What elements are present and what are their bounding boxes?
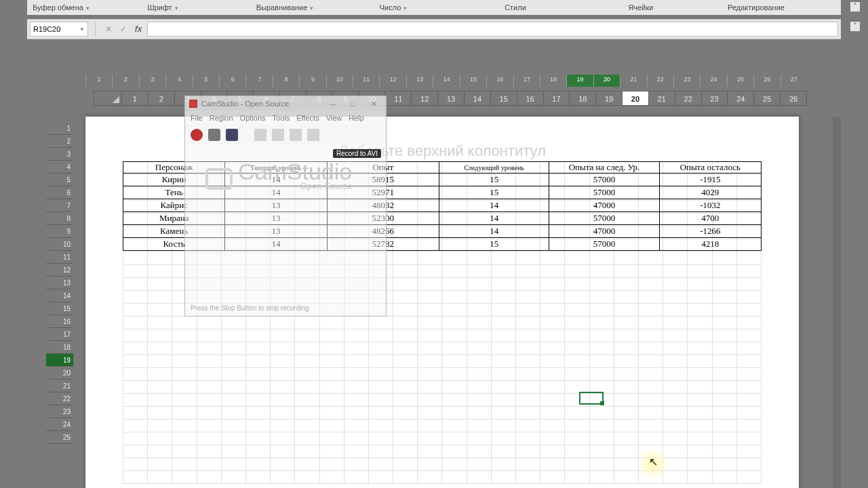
row-header[interactable]: 20: [46, 367, 73, 380]
cell[interactable]: [344, 458, 368, 471]
formula-input[interactable]: [147, 22, 838, 37]
cell[interactable]: [491, 394, 515, 407]
cell[interactable]: [736, 291, 761, 304]
cell[interactable]: [123, 291, 148, 304]
cell[interactable]: [516, 329, 540, 342]
cell[interactable]: [712, 252, 736, 265]
cell[interactable]: [271, 329, 295, 342]
cell[interactable]: [368, 458, 393, 471]
cell[interactable]: [197, 471, 221, 484]
cell[interactable]: [516, 265, 540, 278]
cell[interactable]: [614, 317, 638, 329]
cell[interactable]: [344, 420, 368, 432]
cell[interactable]: [393, 304, 418, 317]
cell[interactable]: [467, 407, 491, 420]
name-box[interactable]: R19C20 ▼: [30, 22, 88, 37]
cell[interactable]: [197, 355, 221, 368]
cell[interactable]: [245, 381, 270, 394]
cell[interactable]: [344, 471, 368, 484]
cell[interactable]: [565, 471, 589, 484]
cell[interactable]: [467, 329, 491, 342]
cell[interactable]: [319, 381, 344, 394]
cell[interactable]: [712, 381, 736, 394]
cell[interactable]: [565, 407, 589, 420]
cell[interactable]: [565, 317, 589, 329]
vertical-scrollbar[interactable]: [833, 117, 841, 488]
column-header[interactable]: 19: [596, 92, 623, 105]
cell[interactable]: [663, 355, 688, 368]
cell[interactable]: [172, 407, 197, 420]
cell[interactable]: [565, 458, 589, 471]
camstudio-menu-item[interactable]: Help: [349, 114, 364, 122]
cell[interactable]: [663, 291, 688, 304]
cell[interactable]: [540, 278, 565, 291]
cell[interactable]: [197, 381, 221, 394]
cell[interactable]: [638, 381, 663, 394]
cell[interactable]: [589, 420, 614, 432]
cell[interactable]: [638, 394, 663, 407]
cell[interactable]: [172, 355, 197, 368]
cell[interactable]: [197, 342, 221, 355]
cell[interactable]: [393, 317, 418, 329]
cell[interactable]: [491, 252, 515, 265]
cell[interactable]: [344, 329, 368, 342]
cell[interactable]: [589, 445, 614, 458]
cell[interactable]: [516, 471, 540, 484]
cell[interactable]: [148, 252, 172, 265]
close-button[interactable]: ✕: [366, 100, 382, 108]
cell[interactable]: [245, 394, 270, 407]
cell[interactable]: [516, 342, 540, 355]
cell[interactable]: [736, 394, 761, 407]
cell[interactable]: [516, 420, 540, 432]
cell[interactable]: [712, 445, 736, 458]
cell[interactable]: [123, 420, 148, 432]
cell[interactable]: [638, 342, 663, 355]
cell[interactable]: [712, 342, 736, 355]
cell[interactable]: [148, 355, 172, 368]
cell[interactable]: [148, 432, 172, 445]
cell[interactable]: [663, 381, 688, 394]
column-header[interactable]: 2: [149, 92, 175, 105]
cell[interactable]: [540, 445, 565, 458]
cell[interactable]: [442, 458, 467, 471]
cell[interactable]: [467, 291, 491, 304]
cell[interactable]: [221, 394, 245, 407]
cell[interactable]: [319, 342, 344, 355]
cell[interactable]: [614, 304, 638, 317]
cell[interactable]: [712, 329, 736, 342]
cell[interactable]: [123, 304, 148, 317]
cell[interactable]: [123, 329, 148, 342]
cell[interactable]: [368, 445, 393, 458]
cell[interactable]: [197, 420, 221, 432]
cell[interactable]: [516, 252, 540, 265]
cell[interactable]: [736, 407, 761, 420]
cell[interactable]: [565, 265, 589, 278]
table-header[interactable]: Опыта осталось: [659, 162, 761, 174]
cell[interactable]: [565, 355, 589, 368]
column-header[interactable]: 16: [517, 92, 544, 105]
column-header[interactable]: 24: [728, 92, 754, 105]
enter-icon[interactable]: ✓: [117, 23, 130, 35]
cell[interactable]: [565, 329, 589, 342]
cell[interactable]: [663, 432, 688, 445]
cell[interactable]: [516, 394, 540, 407]
cell[interactable]: [491, 381, 515, 394]
cell[interactable]: [295, 329, 319, 342]
cell[interactable]: [393, 407, 418, 420]
table-cell[interactable]: 15: [439, 174, 549, 186]
cell[interactable]: [393, 445, 418, 458]
formula-bar-expand-icon[interactable]: ˅: [850, 22, 860, 31]
row-header[interactable]: 17: [46, 328, 73, 341]
cell[interactable]: [589, 355, 614, 368]
cell[interactable]: [295, 394, 319, 407]
cell[interactable]: [123, 342, 148, 355]
column-header[interactable]: 17: [544, 92, 570, 105]
cell[interactable]: [467, 304, 491, 317]
cell[interactable]: [245, 407, 270, 420]
cell[interactable]: [418, 458, 442, 471]
toolbar-icon[interactable]: [272, 129, 284, 141]
cell[interactable]: [442, 445, 467, 458]
cell[interactable]: [663, 368, 688, 381]
cell[interactable]: [442, 471, 467, 484]
cell[interactable]: [516, 291, 540, 304]
